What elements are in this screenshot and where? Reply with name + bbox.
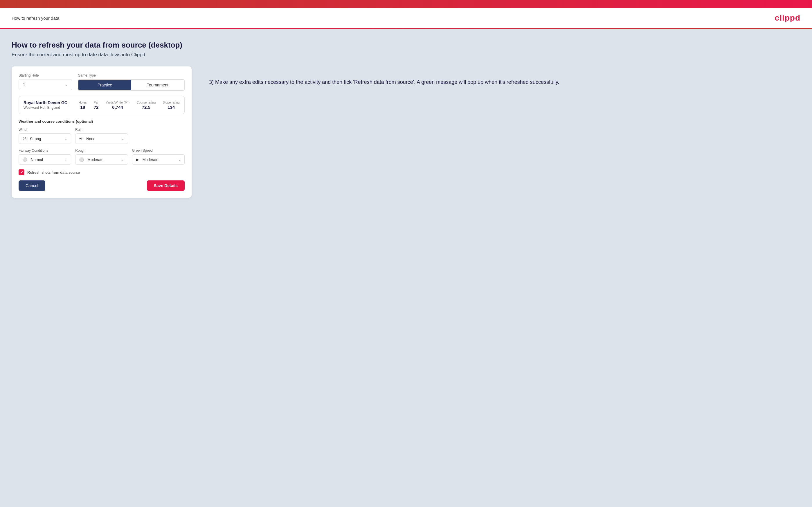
par-stat: Par 72 — [94, 101, 99, 110]
refresh-label: Refresh shots from data source — [27, 170, 80, 175]
game-type-buttons: Practice Tournament — [78, 79, 185, 91]
course-rating-stat: Course rating 72.5 — [137, 101, 156, 110]
starting-hole-group: Starting Hole 1 ⌄ — [18, 73, 72, 90]
fairway-select-left: ⚪ Normal — [22, 157, 43, 162]
cancel-button[interactable]: Cancel — [18, 180, 45, 191]
header-title: How to refresh your data — [12, 16, 59, 20]
rain-label: Rain — [75, 128, 128, 132]
course-rating-label: Course rating — [137, 101, 156, 104]
refresh-checkbox-row: ✓ Refresh shots from data source — [18, 169, 185, 175]
fairway-rough-green-row: Fairway Conditions ⚪ Normal ⌄ Rough ⚪ — [18, 149, 185, 165]
wind-group: Wind 🌬 Strong ⌄ — [18, 128, 71, 144]
course-location: Westward Ho!, England — [23, 106, 68, 110]
page-heading: How to refresh your data from source (de… — [12, 41, 800, 50]
holes-value: 18 — [79, 105, 87, 110]
yards-value: 6,744 — [106, 105, 130, 110]
wind-label: Wind — [18, 128, 71, 132]
side-text: 3) Make any extra edits necessary to the… — [209, 66, 800, 87]
top-bar — [0, 0, 812, 8]
course-name: Royal North Devon GC, — [23, 100, 68, 105]
practice-button[interactable]: Practice — [79, 80, 131, 90]
fairway-label: Fairway Conditions — [18, 149, 71, 153]
conditions-title: Weather and course conditions (optional) — [18, 119, 185, 123]
slope-rating-stat: Slope rating 134 — [163, 101, 180, 110]
rough-select[interactable]: ⚪ Moderate ⌄ — [75, 154, 128, 165]
form-card: Starting Hole 1 ⌄ Game Type Practice Tou… — [12, 66, 192, 198]
course-info-box: Royal North Devon GC, Westward Ho!, Engl… — [18, 96, 185, 114]
header: How to refresh your data clippd — [0, 8, 812, 29]
wind-chevron: ⌄ — [64, 136, 67, 141]
rough-label: Rough — [75, 149, 128, 153]
course-rating-value: 72.5 — [137, 105, 156, 110]
green-speed-icon: ▶ — [136, 157, 139, 162]
holes-stat: Holes 18 — [79, 101, 87, 110]
holes-label: Holes — [79, 101, 87, 104]
rain-select[interactable]: ☀ None ⌄ — [75, 133, 128, 144]
wind-icon: 🌬 — [22, 136, 27, 141]
checkmark-icon: ✓ — [20, 170, 23, 175]
rain-value: None — [86, 136, 95, 141]
save-button[interactable]: Save Details — [147, 180, 185, 191]
rough-group: Rough ⚪ Moderate ⌄ — [75, 149, 128, 165]
logo: clippd — [775, 13, 800, 22]
game-type-group: Game Type Practice Tournament — [78, 73, 185, 91]
rain-group: Rain ☀ None ⌄ — [75, 128, 128, 144]
par-label: Par — [94, 101, 99, 104]
starting-hole-select[interactable]: 1 ⌄ — [18, 79, 72, 90]
slope-rating-label: Slope rating — [163, 101, 180, 104]
yards-stat: Yards/White (M)) 6,744 — [106, 101, 130, 110]
fairway-select[interactable]: ⚪ Normal ⌄ — [18, 154, 71, 165]
rain-chevron: ⌄ — [121, 136, 124, 141]
yards-label: Yards/White (M)) — [106, 101, 130, 104]
starting-hole-label: Starting Hole — [18, 73, 72, 77]
rough-select-left: ⚪ Moderate — [79, 157, 103, 162]
green-speed-chevron: ⌄ — [178, 158, 181, 162]
rough-chevron: ⌄ — [121, 158, 124, 162]
wind-select[interactable]: 🌬 Strong ⌄ — [18, 133, 71, 144]
starting-hole-chevron: ⌄ — [65, 83, 68, 87]
starting-hole-value: 1 — [23, 82, 25, 87]
green-speed-select[interactable]: ▶ Moderate ⌄ — [132, 154, 185, 165]
rain-select-left: ☀ None — [79, 136, 95, 141]
rough-icon: ⚪ — [79, 157, 84, 162]
green-speed-group: Green Speed ▶ Moderate ⌄ — [132, 149, 185, 165]
rough-value: Moderate — [87, 158, 103, 162]
green-speed-label: Green Speed — [132, 149, 185, 153]
side-text-content: 3) Make any extra edits necessary to the… — [209, 78, 800, 87]
fairway-icon: ⚪ — [22, 157, 27, 162]
button-row: Cancel Save Details — [18, 180, 185, 191]
course-stats: Holes 18 Par 72 Yards/White (M)) 6,744 C… — [79, 101, 180, 110]
refresh-checkbox[interactable]: ✓ — [18, 169, 24, 175]
game-type-label: Game Type — [78, 73, 185, 77]
content-row: Starting Hole 1 ⌄ Game Type Practice Tou… — [12, 66, 800, 198]
par-value: 72 — [94, 105, 99, 110]
rain-icon: ☀ — [79, 136, 83, 141]
wind-value: Strong — [30, 136, 41, 141]
wind-rain-row: Wind 🌬 Strong ⌄ Rain ☀ None — [18, 128, 185, 144]
page-subheading: Ensure the correct and most up to date d… — [12, 52, 800, 58]
fairway-group: Fairway Conditions ⚪ Normal ⌄ — [18, 149, 71, 165]
main-content: How to refresh your data from source (de… — [0, 29, 812, 507]
top-form-row: Starting Hole 1 ⌄ Game Type Practice Tou… — [18, 73, 185, 91]
green-speed-value: Moderate — [143, 158, 158, 162]
tournament-button[interactable]: Tournament — [131, 80, 184, 90]
course-details: Royal North Devon GC, Westward Ho!, Engl… — [23, 100, 68, 110]
slope-rating-value: 134 — [163, 105, 180, 110]
fairway-chevron: ⌄ — [64, 158, 67, 162]
green-speed-select-left: ▶ Moderate — [136, 157, 158, 162]
wind-select-left: 🌬 Strong — [22, 136, 41, 141]
fairway-value: Normal — [31, 158, 43, 162]
